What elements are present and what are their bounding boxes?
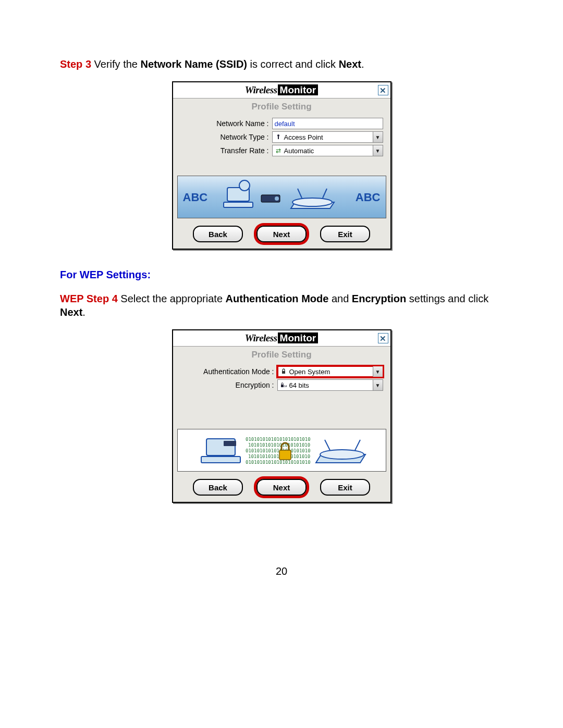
close-icon[interactable]: ✕ (378, 85, 388, 95)
back-button[interactable]: Back (193, 226, 243, 242)
exit-button[interactable]: Exit (320, 479, 370, 496)
dialog1-banner: ABC ABC (177, 176, 386, 218)
svg-text:01010101010101010101010: 01010101010101010101010 (246, 437, 311, 442)
step4-label: WEP Step 4 (60, 293, 118, 304)
chevron-down-icon[interactable]: ▼ (373, 366, 383, 377)
lock-icon (280, 368, 287, 375)
title-wireless: WirelessMonitor (245, 84, 318, 96)
svg-rect-10 (282, 371, 285, 374)
svg-point-7 (292, 198, 332, 206)
dialog1-fields: Network Name : default Network Type : Ac… (173, 117, 390, 173)
transfer-rate-select[interactable]: ⇄ Automatic ▼ (272, 145, 383, 156)
svg-rect-3 (224, 202, 253, 207)
dialog1-subtitle: Profile Setting (173, 98, 390, 117)
wireless-monitor-dialog-2: WirelessMonitor ✕ Profile Setting Authen… (172, 329, 391, 503)
dialog2-titlebar: WirelessMonitor ✕ (173, 330, 390, 347)
svg-rect-11 (281, 385, 284, 387)
svg-line-23 (325, 440, 330, 450)
network-name-label: Network Name : (180, 119, 272, 128)
banner-abc-right: ABC (356, 191, 381, 204)
step3-instruction: Step 3 Verify the Network Name (SSID) is… (60, 57, 503, 71)
svg-text:01010101010101010101010: 01010101010101010101010 (246, 460, 311, 465)
wep-settings-heading: For WEP Settings: (60, 269, 151, 280)
dialog2-subtitle: Profile Setting (173, 347, 390, 365)
automatic-icon: ⇄ (275, 147, 282, 154)
back-button[interactable]: Back (193, 479, 243, 496)
dialog2-buttons: Back Next Exit (173, 476, 390, 502)
network-name-input[interactable]: default (272, 118, 383, 129)
encryption-label: Encryption : (180, 381, 277, 389)
exit-button[interactable]: Exit (320, 226, 370, 242)
svg-text:1010101010101010101010: 1010101010101010101010 (248, 442, 310, 448)
svg-rect-1 (278, 137, 279, 139)
access-point-icon (275, 134, 282, 140)
banner-abc-left: ABC (183, 191, 208, 204)
next-button[interactable]: Next (256, 226, 307, 242)
svg-point-6 (275, 196, 279, 201)
svg-rect-15 (224, 441, 236, 446)
svg-text:64: 64 (284, 385, 287, 388)
svg-point-4 (239, 180, 250, 191)
transfer-rate-label: Transfer Rate : (180, 146, 272, 155)
chevron-down-icon[interactable]: ▼ (373, 145, 383, 156)
svg-line-24 (355, 440, 360, 450)
encryption-select[interactable]: 64 64 bits ▼ (277, 379, 383, 391)
chevron-down-icon[interactable]: ▼ (373, 132, 383, 142)
svg-point-22 (320, 450, 364, 459)
step3-label: Step 3 (60, 58, 91, 70)
title-wireless: WirelessMonitor (245, 332, 318, 344)
chevron-down-icon[interactable]: ▼ (373, 380, 383, 390)
network-type-select[interactable]: Access Point ▼ (272, 131, 383, 143)
svg-rect-14 (201, 456, 240, 463)
next-button[interactable]: Next (256, 479, 307, 496)
network-type-label: Network Type : (180, 133, 272, 141)
close-icon[interactable]: ✕ (378, 333, 388, 343)
wireless-monitor-dialog-1: WirelessMonitor ✕ Profile Setting Networ… (172, 81, 391, 250)
dialog2-fields: Authentication Mode : Open System ▼ Encr… (173, 365, 390, 426)
auth-mode-label: Authentication Mode : (180, 367, 277, 376)
key-icon: 64 (280, 382, 287, 388)
svg-rect-21 (279, 450, 291, 460)
page-number: 20 (60, 565, 503, 577)
dialog1-buttons: Back Next Exit (173, 223, 390, 249)
dialog1-titlebar: WirelessMonitor ✕ (173, 82, 390, 98)
auth-mode-select[interactable]: Open System ▼ (277, 366, 383, 377)
dialog2-banner: 01010101010101010101010 1010101010101010… (177, 429, 386, 472)
svg-text:01010101010101010101010: 01010101010101010101010 (246, 448, 311, 453)
svg-point-0 (277, 134, 279, 137)
step4-instruction: WEP Step 4 Select the appropriate Authen… (60, 292, 503, 319)
svg-line-8 (298, 189, 302, 198)
svg-line-9 (323, 189, 327, 198)
